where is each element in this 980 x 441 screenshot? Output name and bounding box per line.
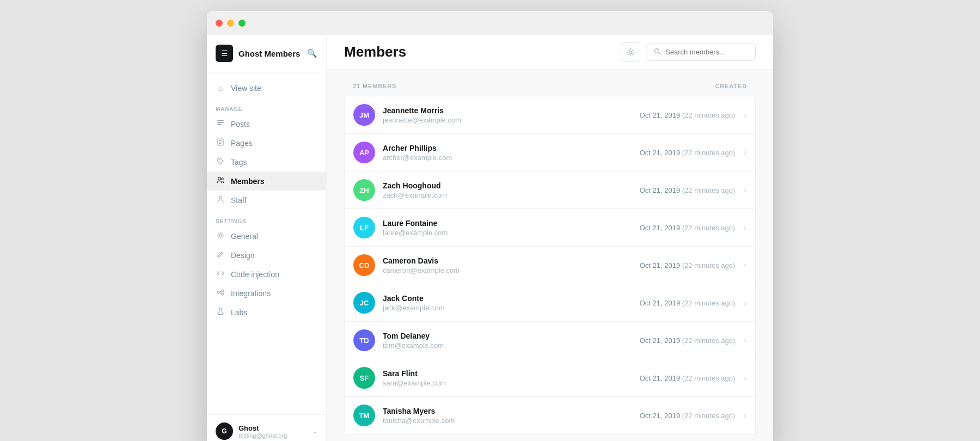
sidebar-label-tags: Tags bbox=[231, 158, 247, 167]
member-email: jeannette@example.com bbox=[383, 116, 615, 124]
minimize-button[interactable] bbox=[227, 20, 234, 27]
close-button[interactable] bbox=[216, 20, 223, 27]
time-ago: (22 minutes ago) bbox=[682, 224, 736, 232]
member-date: Oct 21, 2019 (22 minutes ago) bbox=[615, 374, 735, 382]
member-name: Tom Delaney bbox=[383, 332, 615, 340]
table-row[interactable]: SF Sara Flint sara@example.com Oct 21, 2… bbox=[345, 359, 755, 397]
manage-section-label: MANAGE bbox=[207, 97, 326, 114]
members-list: 21 MEMBERS CREATED JM Jeannette Morris j… bbox=[327, 70, 773, 441]
member-email: jack@example.com bbox=[383, 304, 615, 312]
sidebar-label-staff: Staff bbox=[231, 196, 247, 205]
settings-button[interactable] bbox=[621, 42, 640, 62]
sidebar-item-tags[interactable]: Tags bbox=[207, 152, 326, 171]
tags-icon bbox=[216, 157, 225, 167]
avatar: TM bbox=[353, 405, 375, 426]
app-window: ☰ Ghost Members 🔍 ⌂ View site MANAGE bbox=[207, 11, 773, 441]
member-info: Laure Fontaine laure@example.com bbox=[383, 219, 615, 237]
sidebar: ☰ Ghost Members 🔍 ⌂ View site MANAGE bbox=[207, 35, 327, 441]
sidebar-item-posts[interactable]: Posts bbox=[207, 114, 326, 133]
avatar: G bbox=[216, 422, 233, 440]
member-info: Jeannette Morris jeannette@example.com bbox=[383, 106, 615, 124]
search-icon[interactable]: 🔍 bbox=[307, 48, 317, 58]
avatar: JC bbox=[353, 292, 375, 314]
member-date: Oct 21, 2019 (22 minutes ago) bbox=[615, 336, 735, 345]
table-row[interactable]: JC Jack Conte jack@example.com Oct 21, 2… bbox=[345, 284, 755, 322]
sidebar-footer[interactable]: G Ghost testing@ghost.org ⌄ bbox=[207, 414, 326, 441]
sidebar-item-code-injection[interactable]: Code injection bbox=[207, 265, 326, 284]
posts-icon bbox=[216, 119, 225, 128]
sidebar-item-staff[interactable]: Staff bbox=[207, 191, 326, 210]
sidebar-item-pages[interactable]: Pages bbox=[207, 133, 326, 152]
svg-point-18 bbox=[629, 51, 632, 53]
table-row[interactable]: LF Laure Fontaine laure@example.com Oct … bbox=[345, 209, 755, 247]
svg-point-8 bbox=[218, 177, 221, 180]
svg-point-10 bbox=[219, 197, 222, 199]
table-row[interactable]: CD Cameron Davis cameron@example.com Oct… bbox=[345, 247, 755, 284]
sidebar-label-general: General bbox=[231, 232, 258, 241]
member-email: cameron@example.com bbox=[383, 266, 615, 274]
sidebar-item-labs[interactable]: Labs bbox=[207, 303, 326, 322]
member-info: Tanisha Myers tanisha@example.com bbox=[383, 407, 615, 425]
time-ago: (22 minutes ago) bbox=[682, 412, 736, 420]
sidebar-item-integrations[interactable]: Integrations bbox=[207, 284, 326, 303]
members-table: JM Jeannette Morris jeannette@example.co… bbox=[344, 96, 756, 434]
sidebar-item-members[interactable]: Members bbox=[207, 171, 326, 191]
pages-icon bbox=[216, 138, 225, 148]
time-ago: (22 minutes ago) bbox=[682, 149, 736, 157]
svg-point-13 bbox=[222, 290, 224, 292]
chevron-right-icon: › bbox=[744, 261, 746, 270]
table-header: 21 MEMBERS CREATED bbox=[344, 83, 756, 96]
avatar: SF bbox=[353, 367, 375, 389]
avatar: CD bbox=[353, 254, 375, 276]
home-icon: ⌂ bbox=[216, 84, 225, 93]
member-email: zach@example.com bbox=[383, 191, 615, 199]
member-date: Oct 21, 2019 (22 minutes ago) bbox=[615, 111, 735, 119]
table-row[interactable]: AP Archer Phillips archer@example.com Oc… bbox=[345, 134, 755, 171]
member-email: laure@example.com bbox=[383, 229, 615, 237]
sidebar-item-view-site[interactable]: ⌂ View site bbox=[207, 79, 326, 97]
chevron-right-icon: › bbox=[744, 298, 746, 307]
integrations-icon bbox=[216, 289, 225, 298]
table-row[interactable]: JM Jeannette Morris jeannette@example.co… bbox=[345, 96, 755, 134]
sidebar-label-labs: Labs bbox=[231, 308, 247, 317]
svg-rect-6 bbox=[219, 143, 221, 144]
member-name: Tanisha Myers bbox=[383, 407, 615, 415]
search-input[interactable] bbox=[665, 48, 749, 56]
table-row[interactable]: TM Tanisha Myers tanisha@example.com Oct… bbox=[345, 397, 755, 434]
svg-rect-4 bbox=[219, 140, 222, 141]
svg-line-15 bbox=[219, 291, 222, 293]
table-row[interactable]: ZH Zach Hooghoud zach@example.com Oct 21… bbox=[345, 171, 755, 209]
member-date: Oct 21, 2019 (22 minutes ago) bbox=[615, 149, 735, 157]
maximize-button[interactable] bbox=[238, 20, 246, 27]
sidebar-label-integrations: Integrations bbox=[231, 289, 271, 298]
time-ago: (22 minutes ago) bbox=[682, 374, 736, 382]
member-date: Oct 21, 2019 (22 minutes ago) bbox=[615, 224, 735, 232]
svg-point-14 bbox=[222, 293, 224, 295]
time-ago: (22 minutes ago) bbox=[682, 186, 736, 194]
svg-rect-0 bbox=[217, 120, 224, 121]
titlebar bbox=[207, 11, 773, 35]
chevron-right-icon: › bbox=[744, 411, 746, 420]
avatar: AP bbox=[353, 142, 375, 163]
table-row[interactable]: TD Tom Delaney tom@example.com Oct 21, 2… bbox=[345, 322, 755, 359]
sidebar-header: ☰ Ghost Members 🔍 bbox=[207, 35, 326, 72]
svg-point-7 bbox=[219, 160, 220, 161]
avatar: JM bbox=[353, 104, 375, 126]
member-info: Tom Delaney tom@example.com bbox=[383, 332, 615, 350]
sidebar-label-posts: Posts bbox=[231, 120, 250, 128]
avatar: ZH bbox=[353, 179, 375, 201]
member-name: Jeannette Morris bbox=[383, 106, 615, 115]
sidebar-item-design[interactable]: Design bbox=[207, 246, 326, 265]
sidebar-label-members: Members bbox=[231, 177, 264, 186]
chevron-right-icon: › bbox=[744, 336, 746, 345]
time-ago: (22 minutes ago) bbox=[682, 299, 736, 307]
time-ago: (22 minutes ago) bbox=[682, 336, 736, 345]
svg-rect-2 bbox=[217, 124, 222, 125]
footer-info: Ghost testing@ghost.org bbox=[238, 424, 287, 439]
member-name: Cameron Davis bbox=[383, 256, 615, 265]
time-ago: (22 minutes ago) bbox=[682, 111, 736, 119]
gear-icon bbox=[626, 48, 635, 57]
svg-point-11 bbox=[219, 234, 222, 236]
svg-rect-5 bbox=[219, 142, 222, 143]
sidebar-item-general[interactable]: General bbox=[207, 226, 326, 246]
